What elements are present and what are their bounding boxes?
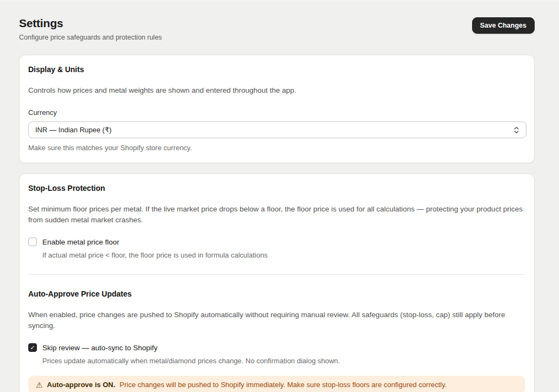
warning-text: Price changes will be pushed to Shopify … (119, 381, 447, 389)
currency-label: Currency (28, 108, 525, 117)
chevron-up-down-icon (513, 126, 519, 134)
skip-review-label: Skip review — auto-sync to Shopify (42, 344, 157, 352)
warning-bold-text: Auto-approve is ON. (47, 381, 116, 389)
skip-review-row: ✓ Skip review — auto-sync to Shopify (28, 343, 525, 352)
currency-select[interactable]: INR — Indian Rupee (₹) (28, 121, 526, 138)
skip-review-checkbox[interactable]: ✓ (28, 343, 37, 352)
page-title-block: Settings Configure price safeguards and … (19, 17, 162, 41)
auto-approve-warning-banner: ⚠ Auto-approve is ON. Price changes will… (28, 376, 525, 392)
currency-help-text: Make sure this matches your Shopify stor… (28, 144, 525, 152)
skip-review-help: Prices update automatically when metal/d… (42, 357, 525, 365)
display-units-description: Controls how prices and metal weights ar… (28, 85, 525, 96)
page-title: Settings (19, 17, 162, 30)
page-subtitle: Configure price safeguards and protectio… (19, 34, 162, 41)
stop-loss-heading: Stop-Loss Protection (28, 184, 525, 192)
enable-metal-price-floor-checkbox[interactable]: ✓ (28, 237, 37, 246)
warning-triangle-icon: ⚠ (36, 381, 43, 389)
auto-approve-description: When enabled, price changes are pushed t… (28, 310, 525, 331)
protection-card: Stop-Loss Protection Set minimum floor p… (19, 173, 535, 392)
stop-loss-description: Set minimum floor prices per metal. If t… (28, 204, 525, 226)
page-header: Settings Configure price safeguards and … (19, 17, 535, 41)
display-units-heading: Display & Units (28, 65, 525, 74)
auto-approve-heading: Auto-Approve Price Updates (28, 290, 525, 298)
currency-selected-value: INR — Indian Rupee (₹) (35, 126, 112, 134)
metal-price-floor-label: Enable metal price floor (42, 238, 119, 246)
section-divider (28, 274, 525, 275)
checkmark-icon: ✓ (30, 344, 35, 350)
display-units-card: Display & Units Controls how prices and … (19, 55, 535, 163)
save-changes-button[interactable]: Save Changes (472, 17, 535, 34)
metal-price-floor-help: If actual metal price < floor, the floor… (42, 251, 525, 259)
metal-price-floor-row: ✓ Enable metal price floor (28, 237, 525, 246)
settings-page: Settings Configure price safeguards and … (19, 1, 535, 392)
